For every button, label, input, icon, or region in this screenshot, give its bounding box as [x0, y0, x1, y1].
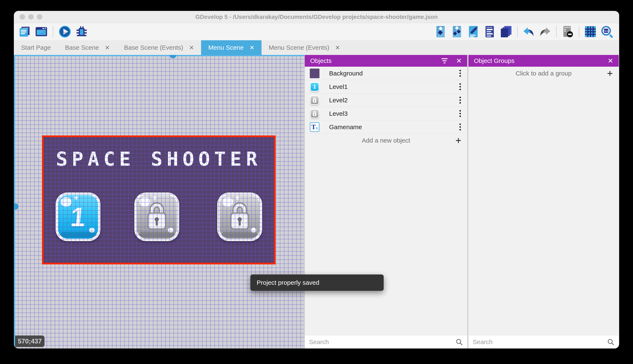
level2-locked-instance[interactable] [134, 192, 179, 241]
objects-search-input[interactable] [309, 338, 455, 346]
title-bar: GDevelop 5 - /Users/dkarakay/Documents/G… [14, 11, 619, 23]
properties-icon[interactable] [466, 25, 480, 38]
text-object-thumbnail: Tx [310, 122, 320, 132]
undo-icon[interactable] [522, 25, 536, 38]
close-tab-icon[interactable]: ✕ [249, 44, 254, 51]
object-menu-icon[interactable] [458, 122, 462, 132]
lock-icon [137, 195, 177, 238]
scene-editor-canvas[interactable]: SPACE SHOOTER 1 [14, 55, 304, 348]
search-icon[interactable] [455, 338, 463, 346]
scene-background-instance[interactable]: SPACE SHOOTER 1 [42, 136, 275, 264]
close-tab-icon[interactable]: ✕ [189, 44, 194, 51]
objects-panel: Objects ✕ Background 1 Level1 Level2 [304, 55, 467, 348]
scene-title-text[interactable]: SPACE SHOOTER [42, 148, 275, 170]
close-panel-icon[interactable]: ✕ [456, 57, 462, 65]
toolbar-separator [556, 26, 557, 37]
tab-menu-scene[interactable]: Menu Scene ✕ [201, 40, 261, 55]
object-row-level2[interactable]: Level2 [305, 94, 467, 107]
cursor-coordinates: 570;437 [15, 336, 45, 347]
plus-icon: + [455, 136, 461, 146]
level3-locked-instance[interactable] [217, 192, 262, 241]
lock-icon [220, 195, 260, 238]
object-groups-panel-header: Object Groups ✕ [468, 55, 619, 67]
fullscreen-window-button[interactable] [37, 14, 42, 20]
horizontal-scroll-thumb[interactable] [170, 55, 176, 58]
groups-search-bar [468, 335, 619, 348]
level1-number: 1 [58, 195, 98, 238]
object-groups-panel-title: Object Groups [474, 57, 514, 64]
gdevelop-window: GDevelop 5 - /Users/dkarakay/Documents/G… [14, 11, 619, 348]
toolbar: 1:1 [14, 23, 619, 40]
instances-list-icon[interactable] [483, 25, 497, 38]
zoom-1-1-icon[interactable]: 1:1 [600, 25, 614, 38]
tab-base-scene-events[interactable]: Base Scene (Events) ✕ [117, 40, 201, 55]
background-thumbnail [310, 68, 320, 78]
debug-icon[interactable] [75, 25, 89, 38]
filter-icon[interactable] [441, 58, 448, 63]
object-groups-panel: Object Groups ✕ Click to add a group + [468, 55, 619, 348]
vertical-scroll-thumb[interactable] [14, 204, 19, 210]
vertical-scrollbar[interactable] [14, 55, 15, 348]
objects-panel-title: Objects [310, 57, 332, 64]
object-groups-editor-icon[interactable] [450, 25, 464, 38]
objects-panel-empty-area [305, 147, 467, 335]
film-remove-icon[interactable] [561, 25, 575, 38]
objects-panel-header: Objects ✕ [305, 55, 467, 67]
add-group-button[interactable]: Click to add a group + [468, 67, 619, 80]
object-row-background[interactable]: Background [305, 67, 467, 80]
object-menu-icon[interactable] [458, 109, 462, 118]
object-row-gamename[interactable]: Tx Gamename [305, 120, 467, 134]
minimize-window-button[interactable] [28, 14, 34, 20]
groups-search-input[interactable] [473, 338, 607, 346]
close-panel-icon[interactable]: ✕ [607, 57, 613, 65]
object-menu-icon[interactable] [458, 96, 462, 105]
close-tab-icon[interactable]: ✕ [335, 44, 340, 51]
toolbar-separator [579, 26, 579, 37]
tab-bar: Start Page Base Scene ✕ Base Scene (Even… [14, 40, 619, 55]
scene-window-icon[interactable] [35, 25, 48, 38]
window-title: GDevelop 5 - /Users/dkarakay/Documents/G… [195, 14, 438, 20]
traffic-lights [20, 11, 42, 23]
search-icon[interactable] [607, 338, 614, 346]
object-menu-icon[interactable] [458, 82, 462, 92]
plus-icon: + [607, 68, 613, 78]
objects-search-bar [305, 335, 467, 348]
toolbar-separator [517, 26, 518, 37]
project-manager-icon[interactable] [18, 25, 32, 38]
add-new-object-button[interactable]: Add a new object + [305, 134, 467, 147]
horizontal-scrollbar[interactable] [14, 55, 304, 56]
layers-icon[interactable] [499, 25, 513, 38]
tab-base-scene[interactable]: Base Scene ✕ [58, 40, 117, 55]
objects-editor-icon[interactable] [434, 25, 447, 38]
object-row-level3[interactable]: Level3 [305, 107, 467, 120]
zoom-icon-label: 1:1 [604, 30, 608, 32]
object-row-level1[interactable]: 1 Level1 [305, 80, 467, 94]
toolbar-separator [53, 26, 53, 37]
object-menu-icon[interactable] [458, 68, 462, 78]
play-icon[interactable] [58, 25, 72, 38]
redo-icon[interactable] [538, 25, 552, 38]
tab-start-page[interactable]: Start Page [14, 40, 58, 55]
locked-thumbnail [310, 96, 320, 105]
level1-thumbnail: 1 [310, 82, 320, 92]
grid-icon[interactable] [583, 25, 597, 38]
close-window-button[interactable] [20, 14, 25, 20]
groups-panel-empty-area [468, 80, 619, 335]
save-toast: Project properly saved [250, 274, 384, 291]
locked-thumbnail [310, 109, 320, 118]
level1-button-instance[interactable]: 1 [56, 192, 101, 241]
close-tab-icon[interactable]: ✕ [105, 44, 110, 51]
tab-menu-scene-events[interactable]: Menu Scene (Events) ✕ [261, 40, 347, 55]
